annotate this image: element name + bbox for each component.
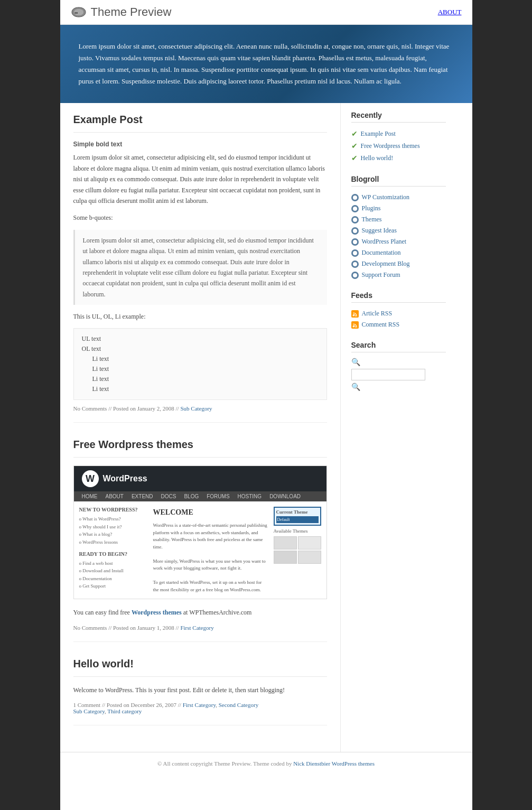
wp-right-sidebar: Current Theme Default Available Themes bbox=[274, 507, 321, 593]
list-li-3: Li text bbox=[82, 374, 319, 384]
wp-theme-selected: Default bbox=[276, 516, 319, 523]
wp-main-content: WELCOME WordPress is a state-of-the-art … bbox=[153, 507, 268, 593]
search-title: Search bbox=[351, 341, 446, 352]
post-divider-3 bbox=[73, 676, 327, 677]
wp-header: W WordPress bbox=[74, 466, 326, 491]
blogroll-link-5[interactable]: WordPress Planet bbox=[362, 238, 407, 246]
blogroll-link-8[interactable]: Support Forum bbox=[362, 271, 400, 279]
search-submit-button[interactable]: 🔍 bbox=[351, 383, 360, 391]
blogroll-item-5: WordPress Planet bbox=[351, 236, 446, 247]
recently-link-2[interactable]: Free Wordpress themes bbox=[361, 142, 420, 150]
search-icon-top: 🔍 bbox=[351, 358, 360, 366]
recently-link-3[interactable]: Hello world! bbox=[361, 154, 394, 162]
blogroll-icon-8 bbox=[351, 272, 359, 279]
blockquote-label: Some b-quotes: bbox=[73, 212, 327, 223]
post-category-1[interactable]: Sub Category bbox=[180, 405, 212, 412]
post-title-hello: Hello world! bbox=[73, 658, 327, 670]
list-li-2: Li text bbox=[82, 364, 319, 374]
feeds-item-1: Article RSS bbox=[351, 308, 446, 319]
blogroll-item-6: Documentation bbox=[351, 247, 446, 258]
svg-text:∞: ∞ bbox=[74, 10, 78, 15]
blogroll-icon-4 bbox=[351, 227, 359, 235]
post-meta-wp: No Comments // Posted on January 1, 2008… bbox=[73, 625, 327, 631]
feeds-item-2: Comment RSS bbox=[351, 319, 446, 330]
post-cat-sub[interactable]: Sub Category bbox=[73, 708, 105, 714]
list-ol: OL text bbox=[82, 344, 319, 354]
check-icon-1: ✔ bbox=[351, 129, 358, 138]
post-hello: Hello world! Welcome to WordPress. This … bbox=[73, 658, 327, 725]
wp-themes-text: You can easy find free Wordpress themes … bbox=[73, 607, 327, 618]
blogroll-icon-2 bbox=[351, 205, 359, 212]
svg-point-2 bbox=[352, 325, 354, 327]
wp-logo-text: WordPress bbox=[103, 474, 147, 483]
post-title-wordpress: Free Wordpress themes bbox=[73, 439, 327, 451]
wp-nav-docs: DOCS bbox=[161, 494, 176, 499]
recently-item-2: ✔ Free Wordpress themes bbox=[351, 140, 446, 152]
post-comments-2: No Comments bbox=[73, 625, 107, 631]
blogroll-link-2[interactable]: Plugins bbox=[362, 204, 381, 212]
blogroll-icon-6 bbox=[351, 249, 359, 257]
blogroll-link-4[interactable]: Suggest Ideas bbox=[362, 227, 397, 235]
post-comments-3: 1 Comment bbox=[73, 702, 101, 708]
blogroll-item-1: WP Customization bbox=[351, 192, 446, 203]
wp-screenshot: W WordPress HOME ABOUT EXTEND DOCS BLOG … bbox=[73, 465, 327, 599]
wp-sidebar-small: NEW TO WORDPRESS? o What is WordPress? o… bbox=[79, 507, 148, 593]
blogroll-icon-3 bbox=[351, 216, 359, 224]
wp-ready-title: READY TO BEGIN? bbox=[79, 551, 148, 557]
footer-link[interactable]: Nick Dienstbier WordPress themes bbox=[293, 760, 375, 767]
wp-nav-about: ABOUT bbox=[106, 494, 124, 499]
svg-point-1 bbox=[352, 314, 354, 316]
blogroll-icon-5 bbox=[351, 238, 359, 246]
post-meta-hello: 1 Comment // Posted on December 26, 2007… bbox=[73, 702, 327, 714]
wp-themes-after: at WPThemesArchive.com bbox=[182, 609, 252, 616]
wp-nav-hosting: HOSTING bbox=[238, 494, 262, 499]
list-label: This is UL, OL, Li example: bbox=[73, 311, 327, 322]
wp-sidebar-item-3: o What is a blog? bbox=[79, 530, 148, 538]
wp-sidebar-item-4: o WordPress lessons bbox=[79, 538, 148, 546]
list-ul: UL text bbox=[82, 334, 319, 344]
sidebar: Recently ✔ Example Post ✔ Free Wordpress… bbox=[340, 103, 456, 752]
blogroll-link-1[interactable]: WP Customization bbox=[362, 193, 410, 201]
post-title-example: Example Post bbox=[73, 114, 327, 126]
wp-themes-link[interactable]: Wordpress themes bbox=[132, 609, 182, 616]
wp-sidebar-item-1: o What is WordPress? bbox=[79, 515, 148, 523]
wp-sidebar-item-2: o Why should I use it? bbox=[79, 523, 148, 530]
recently-link-1[interactable]: Example Post bbox=[361, 130, 396, 138]
post-meta-example: No Comments // Posted on January 2, 2008… bbox=[73, 405, 327, 412]
blogroll-icon-7 bbox=[351, 260, 359, 268]
blogroll-item-3: Themes bbox=[351, 214, 446, 225]
wp-nav-bar: HOME ABOUT EXTEND DOCS BLOG FORUMS HOSTI… bbox=[74, 491, 326, 501]
post-divider-2 bbox=[73, 457, 327, 458]
blogroll-item-4: Suggest Ideas bbox=[351, 225, 446, 236]
post-cat-third[interactable]: Third category bbox=[107, 708, 142, 714]
post-cat-second[interactable]: Second Category bbox=[219, 702, 258, 708]
main-layout: Example Post Simple bold text Lorem ipsu… bbox=[60, 103, 472, 752]
blockquote: Lorem ipsum dolor sit amet, consectetur … bbox=[73, 230, 327, 305]
widget-feeds: Feeds Article RSS bbox=[351, 291, 446, 330]
post-category-2[interactable]: First Category bbox=[180, 625, 213, 631]
post-body-example: Lorem ipsum dolor sit amet, consectetur … bbox=[73, 152, 327, 206]
wp-theme-box: Current Theme Default bbox=[274, 507, 321, 526]
wp-main-text-1: WordPress is a state-of-the-art semantic… bbox=[153, 522, 268, 551]
post-wordpress: Free Wordpress themes W WordPress HOME A… bbox=[73, 439, 327, 641]
wp-main-text-3: To get started with WordPress, set it up… bbox=[153, 579, 268, 593]
search-input[interactable] bbox=[351, 369, 425, 380]
blogroll-title: Blogroll bbox=[351, 175, 446, 187]
site-title: Theme Preview bbox=[91, 5, 172, 19]
wp-theme-thumb-1 bbox=[274, 536, 297, 550]
wp-ready-items: o Find a web host o Download and Install… bbox=[79, 560, 148, 590]
feeds-link-1[interactable]: Article RSS bbox=[362, 310, 393, 318]
site-logo: ∞ Theme Preview bbox=[71, 5, 172, 19]
blogroll-item-2: Plugins bbox=[351, 203, 446, 214]
feeds-link-2[interactable]: Comment RSS bbox=[362, 321, 400, 329]
post-cat-first[interactable]: First Category bbox=[183, 702, 216, 708]
post-subtitle: Simple bold text bbox=[73, 141, 327, 148]
wp-ready-2: o Download and Install bbox=[79, 567, 148, 574]
logo-icon: ∞ bbox=[71, 6, 87, 18]
blogroll-link-6[interactable]: Documentation bbox=[362, 249, 401, 257]
post-date-3: Posted on December 26, 2007 bbox=[107, 702, 176, 708]
blogroll-link-7[interactable]: Development Blog bbox=[362, 260, 410, 268]
blogroll-item-7: Development Blog bbox=[351, 258, 446, 269]
blogroll-link-3[interactable]: Themes bbox=[362, 216, 382, 224]
about-link[interactable]: ABOUT bbox=[438, 8, 462, 16]
